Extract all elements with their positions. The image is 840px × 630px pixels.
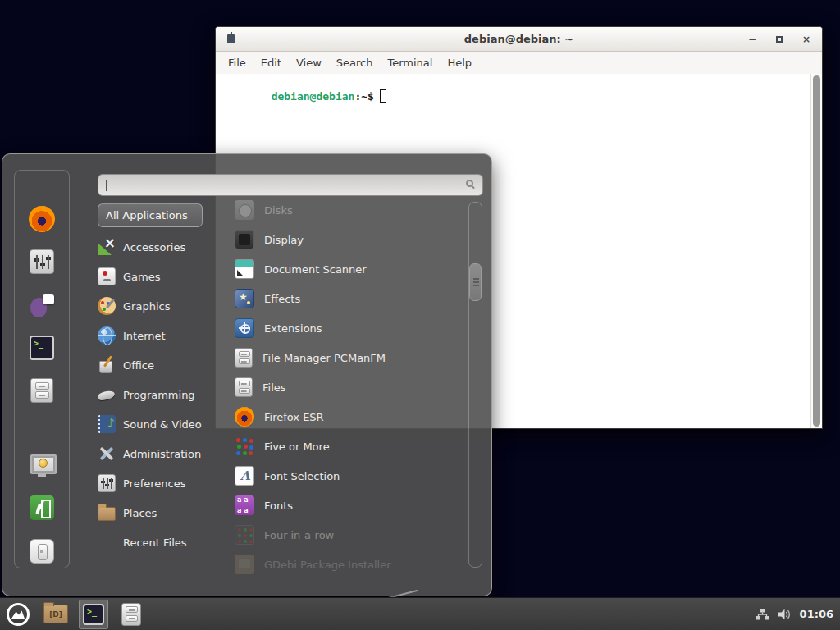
volume-icon[interactable]	[778, 608, 792, 621]
app-label: Files	[262, 381, 286, 394]
maximize-button[interactable]	[776, 36, 783, 43]
office-icon	[98, 356, 116, 374]
app-label: Font Selection	[264, 470, 340, 482]
terminal-scrollbar-thumb[interactable]	[813, 75, 820, 427]
menu-view[interactable]: View	[289, 54, 329, 71]
search-box[interactable]	[98, 174, 483, 196]
app-firefox-esr[interactable]: Firefox ESR	[235, 402, 466, 431]
settings-sliders-icon	[30, 249, 54, 274]
app-effects[interactable]: Effects	[235, 284, 466, 313]
shutdown-button[interactable]	[28, 537, 56, 565]
app-label: Five or More	[264, 441, 330, 453]
app-extensions[interactable]: Extensions	[235, 313, 466, 343]
category-office[interactable]: Office	[98, 350, 221, 380]
category-games[interactable]: Games	[98, 262, 221, 291]
category-internet[interactable]: Internet	[98, 321, 221, 350]
category-accessories[interactable]: Accessories	[98, 232, 221, 262]
accessories-icon	[98, 238, 116, 256]
desktop: debian@debian: ~ − × File Edit View Sear…	[0, 0, 840, 630]
menu-file[interactable]: File	[221, 54, 253, 71]
category-label: Places	[123, 507, 157, 519]
menu-scrollbar[interactable]	[468, 202, 482, 568]
lock-screen-button[interactable]	[28, 451, 56, 479]
category-places[interactable]: Places	[98, 498, 221, 527]
app-files[interactable]: Files	[235, 372, 466, 402]
document-scanner-icon	[235, 259, 254, 279]
app-four-in-a-row[interactable]: Four-in-a-row	[235, 520, 466, 550]
folder-d-launcher[interactable]: [D]	[41, 600, 71, 629]
app-label: Fonts	[264, 500, 293, 512]
search-icon	[466, 180, 473, 187]
favorite-pidgin[interactable]	[28, 291, 56, 319]
filter-all-applications[interactable]: All Applications	[98, 203, 203, 227]
app-label: Extensions	[264, 322, 322, 335]
sound-video-icon	[98, 415, 116, 433]
category-administration[interactable]: Administration	[98, 439, 221, 468]
category-label: Sound & Video	[123, 418, 202, 431]
menu-help[interactable]: Help	[440, 54, 479, 71]
favorite-file-manager[interactable]	[28, 377, 56, 404]
menu-search[interactable]: Search	[329, 54, 381, 71]
app-file-manager-pcmanfm[interactable]: File Manager PCManFM	[235, 343, 466, 372]
favorite-firefox[interactable]	[28, 205, 56, 233]
app-disks[interactable]: Disks	[235, 195, 466, 225]
category-sound-video[interactable]: Sound & Video	[98, 409, 221, 439]
category-programming[interactable]: Programming	[98, 380, 221, 409]
taskbar-terminal-active[interactable]	[79, 600, 108, 629]
categories-list: All Applications Accessories Games Graph…	[98, 203, 221, 557]
app-label: File Manager PCManFM	[262, 352, 386, 364]
file-cabinet-icon	[121, 603, 141, 626]
app-document-scanner[interactable]: Document Scanner	[235, 254, 466, 284]
clock[interactable]: 01:06	[800, 608, 833, 620]
four-in-a-row-icon	[235, 525, 254, 545]
search-input[interactable]	[103, 176, 461, 194]
app-fonts[interactable]: Fonts	[235, 491, 466, 520]
category-label: Administration	[123, 448, 201, 460]
logout-button[interactable]	[28, 494, 56, 522]
category-label: Graphics	[123, 300, 170, 313]
app-display[interactable]: Display	[235, 225, 466, 254]
category-graphics[interactable]: Graphics	[98, 291, 221, 321]
terminal-scrollbar[interactable]	[810, 74, 822, 428]
app-label: Effects	[264, 293, 300, 305]
category-label: Accessories	[123, 241, 185, 253]
category-preferences[interactable]: Preferences	[98, 468, 221, 498]
taskbar: [D]	[0, 597, 840, 630]
favorite-terminal[interactable]	[28, 334, 56, 362]
close-button[interactable]: ×	[802, 34, 810, 44]
logout-icon	[30, 495, 54, 520]
app-five-or-more[interactable]: Five or More	[235, 431, 466, 461]
app-font-selection[interactable]: Font Selection	[235, 461, 466, 491]
minimize-button[interactable]: −	[748, 34, 756, 44]
app-label: Disks	[264, 204, 293, 217]
terminal-icon	[30, 336, 54, 360]
category-label: Internet	[123, 330, 166, 342]
menu-edit[interactable]: Edit	[253, 54, 289, 71]
prompt-suffix: :~$	[354, 90, 373, 103]
terminal-titlebar[interactable]: debian@debian: ~ − ×	[216, 27, 822, 52]
menu-button[interactable]	[3, 600, 33, 629]
lock-screen-icon	[30, 453, 54, 477]
menu-scrollbar-thumb[interactable]	[469, 263, 482, 301]
category-recent-files[interactable]: Recent Files	[98, 527, 221, 557]
app-gdebi-package-installer[interactable]: GDebi Package Installer	[235, 550, 466, 579]
category-label: Programming	[123, 389, 195, 401]
fonts-icon	[235, 495, 254, 515]
five-or-more-icon	[235, 436, 254, 456]
taskbar-files[interactable]	[116, 600, 146, 629]
app-label: Document Scanner	[264, 263, 367, 276]
category-label: Games	[123, 271, 160, 283]
folder-icon: [D]	[43, 605, 68, 623]
files-icon	[235, 377, 253, 397]
internet-globe-icon	[98, 326, 116, 345]
terminal-cursor	[380, 89, 386, 103]
menu-terminal[interactable]: Terminal	[380, 54, 440, 71]
graphics-icon	[98, 297, 116, 315]
extensions-gear-icon	[235, 318, 254, 338]
menu-logo-icon	[6, 602, 30, 627]
app-label: Firefox ESR	[264, 411, 324, 423]
programming-icon	[98, 386, 116, 404]
network-icon[interactable]	[756, 608, 769, 621]
favorite-settings[interactable]	[28, 248, 56, 276]
application-menu: debian All Applications Accessorie	[2, 153, 492, 596]
